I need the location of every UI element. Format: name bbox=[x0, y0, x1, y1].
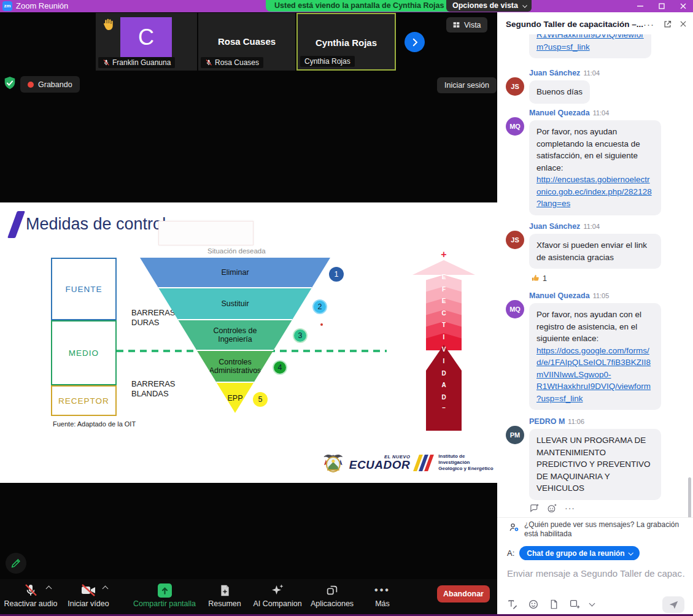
sender-name: Juan Sánchez bbox=[529, 222, 580, 231]
chat-message: Manuel Quezada11:05 MQ Por favor, nos ay… bbox=[497, 291, 688, 410]
barreras-blandas-label: BARRERASBLANDAS bbox=[131, 379, 176, 398]
thumbs-up-reaction[interactable]: 1 bbox=[531, 274, 547, 283]
summary-doc-icon bbox=[219, 583, 231, 598]
message-more-icon[interactable]: ··· bbox=[565, 503, 575, 516]
level-number-1: 1 bbox=[329, 267, 344, 282]
send-message-button[interactable] bbox=[662, 596, 684, 613]
more-button[interactable]: ••• Más bbox=[365, 582, 400, 608]
shared-screen-slide: Medidas de control Situación deseada FUE… bbox=[0, 202, 497, 483]
pyramid-level-administrativos: Controles Administrativos bbox=[140, 351, 330, 383]
chat-panel: Segundo Taller de capacitación –... ··· … bbox=[497, 12, 693, 614]
message-bubble: Buenos días bbox=[529, 80, 590, 104]
reply-in-thread-icon[interactable] bbox=[529, 503, 540, 516]
ecuador-logo: EL NUEVO ECUADOR Instituto de Investigac… bbox=[322, 452, 497, 473]
security-shield-icon bbox=[3, 76, 17, 91]
level-number-2: 2 bbox=[312, 299, 327, 314]
participant-tile-cynthia-active[interactable]: Cynthia Rojas Cynthia Rojas bbox=[296, 13, 396, 71]
recording-indicator: Grabando bbox=[20, 76, 80, 93]
mic-muted-icon bbox=[205, 59, 212, 66]
chat-footer: ¿Quién puede ver sus mensajes? La grabac… bbox=[497, 517, 693, 614]
maximize-button[interactable] bbox=[657, 2, 666, 10]
plus-sign: + bbox=[412, 249, 475, 260]
chat-scrollbar[interactable] bbox=[688, 477, 691, 517]
efectividad-arrow: + EF EC TI VI DA D – bbox=[412, 250, 475, 425]
message-bubble: Por favor, nos ayudan completando la enc… bbox=[529, 120, 661, 215]
chat-title: Segundo Taller de capacitación –... bbox=[506, 20, 643, 29]
sender-name: Juan Sánchez bbox=[529, 69, 580, 77]
message-time: 11:06 bbox=[568, 418, 584, 425]
minimize-button[interactable] bbox=[636, 2, 645, 10]
slide-title: Medidas de control bbox=[26, 215, 166, 234]
ai-companion-button[interactable]: AI Companion bbox=[248, 582, 307, 608]
chevron-down-icon bbox=[522, 3, 527, 8]
chat-link[interactable]: m?usp=sf_link bbox=[536, 42, 590, 52]
chevron-right-icon bbox=[409, 37, 420, 48]
message-time: 11:04 bbox=[583, 223, 600, 230]
message-time: 11:04 bbox=[583, 69, 600, 77]
participant-tile-franklin[interactable]: C Franklin Guanuna bbox=[96, 13, 197, 71]
message-bubble: Por favor, nos ayudan con el registro de… bbox=[529, 303, 661, 410]
compose-options-caret[interactable] bbox=[589, 601, 595, 607]
apps-icon bbox=[325, 583, 339, 597]
more-dots-icon: ••• bbox=[374, 582, 390, 598]
next-participants-button[interactable] bbox=[405, 32, 425, 52]
sender-name: PEDRO M bbox=[529, 417, 565, 426]
apps-button[interactable]: Aplicaciones bbox=[307, 582, 357, 608]
avatar: JS bbox=[506, 77, 524, 96]
start-video-button[interactable]: Iniciar vídeo bbox=[60, 582, 117, 608]
chat-link[interactable]: https://docs.google.com/forms/d/e/1FAIpQ… bbox=[536, 346, 651, 403]
clipped-message: R1WtHaxkhruI9DVIQ/viewfor m?usp=sf_link bbox=[529, 34, 661, 64]
medio-box: MEDIO bbox=[51, 320, 117, 385]
view-options-button[interactable]: Opciones de vista bbox=[446, 0, 532, 12]
mic-muted-icon bbox=[103, 59, 110, 66]
sign-in-button[interactable]: Iniciar sesión bbox=[437, 77, 497, 93]
chat-header: Segundo Taller de capacitación –... ··· bbox=[497, 12, 693, 34]
video-off-icon bbox=[80, 583, 96, 598]
mic-muted-icon bbox=[23, 583, 38, 598]
chat-link[interactable]: R1WtHaxkhruI9DVIQ/viewfor bbox=[536, 34, 644, 39]
summary-button[interactable]: Resumen bbox=[203, 582, 247, 608]
fuente-box: FUENTE bbox=[51, 258, 117, 320]
avatar: JS bbox=[506, 231, 524, 249]
pop-out-icon[interactable] bbox=[662, 18, 673, 29]
privacy-note: ¿Quién puede ver sus mensajes? La grabac… bbox=[524, 520, 685, 539]
chat-message-input[interactable] bbox=[507, 568, 685, 579]
efectividad-letters: EF EC TI VI DA D – bbox=[426, 271, 462, 414]
level-number-3: 3 bbox=[293, 328, 308, 343]
chat-message-list[interactable]: R1WtHaxkhruI9DVIQ/viewfor m?usp=sf_link … bbox=[497, 34, 693, 517]
attach-file-icon[interactable] bbox=[549, 599, 559, 610]
participant-name-tag: Cynthia Rojas bbox=[300, 56, 355, 67]
avatar: MQ bbox=[506, 117, 524, 136]
message-bubble: LLEVAR UN PROGRAMA DE MANTENIMIENTO PRED… bbox=[529, 429, 661, 500]
message-time: 11:05 bbox=[593, 292, 610, 299]
view-button[interactable]: Vista bbox=[446, 17, 487, 33]
situacion-deseada-label: Situación deseada bbox=[207, 247, 266, 255]
window-titlebar: zm Zoom Reunión Usted está viendo la pan… bbox=[0, 0, 693, 12]
chat-more-button[interactable]: ··· bbox=[643, 18, 654, 29]
message-hover-actions: ··· bbox=[529, 503, 575, 516]
share-screen-button[interactable]: Compartir pantalla bbox=[130, 582, 199, 608]
participant-tile-rosa[interactable]: Rosa Cuases Rosa Cuases bbox=[198, 13, 295, 71]
annotate-button[interactable] bbox=[6, 553, 26, 574]
add-reaction-icon[interactable] bbox=[547, 503, 557, 516]
receptor-box: RECEPTOR bbox=[51, 385, 117, 416]
level-number-4: 4 bbox=[273, 360, 287, 375]
ai-sparkle-icon bbox=[270, 583, 285, 598]
emoji-icon[interactable] bbox=[528, 599, 539, 610]
leave-meeting-button[interactable]: Abandonar bbox=[437, 585, 490, 603]
viewing-banner: Usted está viendo la pantalla de Cynthia… bbox=[266, 0, 452, 12]
chat-close-icon[interactable] bbox=[678, 18, 689, 29]
chat-link[interactable]: http://encuestas.gobiernoelectronico.gob… bbox=[536, 175, 652, 208]
to-label: A: bbox=[507, 549, 514, 558]
screenshot-icon[interactable] bbox=[569, 599, 580, 610]
chevron-down-icon bbox=[628, 550, 633, 555]
avatar: PM bbox=[506, 426, 524, 444]
video-thumbnail-strip: C Franklin Guanuna Rosa Cuases Rosa Cuas… bbox=[0, 12, 497, 71]
unmute-audio-button[interactable]: Reactivar audio bbox=[0, 582, 61, 608]
format-text-icon[interactable] bbox=[507, 599, 518, 610]
participant-name-tag: Rosa Cuases bbox=[201, 57, 263, 68]
close-button[interactable] bbox=[679, 2, 687, 10]
participant-avatar: C bbox=[120, 17, 172, 57]
el-nuevo-ecuador-wordmark: EL NUEVO ECUADOR bbox=[349, 454, 411, 472]
audience-selector[interactable]: Chat de grupo de la reunión bbox=[519, 546, 639, 560]
